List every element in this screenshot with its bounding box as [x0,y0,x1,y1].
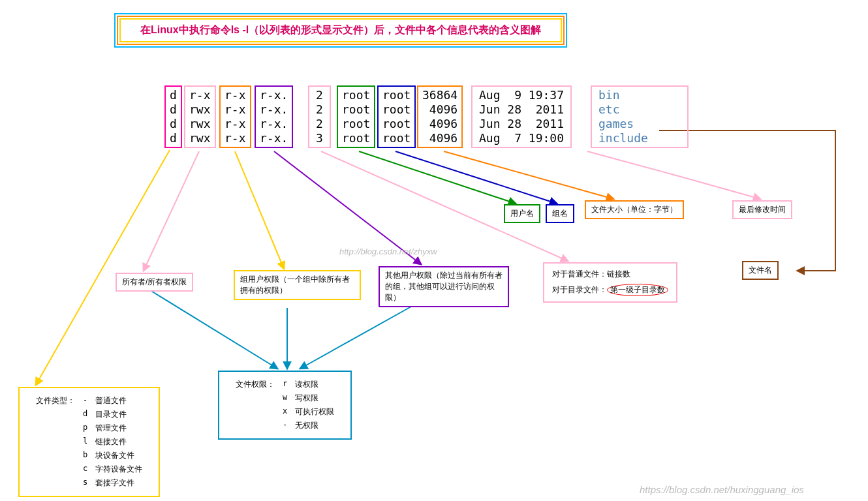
label-other-perm: 其他用户权限（除过当前有所有者的组，其他组可以进行访问的权限） [379,266,509,307]
page-title: 在Linux中执行命令ls -l（以列表的形式显示文件）后，文件中各个信息代表的… [119,18,562,42]
col-links: 2223 [308,85,331,148]
legend-perms: 文件权限：r读权限 w写权限 x可执行权限 -无权限 [218,371,352,440]
label-owner: 所有者/所有者权限 [116,273,193,292]
label-filename: 文件名 [742,261,779,280]
col-filename: binetcgamesinclude [591,85,689,148]
label-size: 文件大小（单位：字节） [585,200,684,219]
label-links: 对于普通文件：链接数 对于目录文件：第一级子目录数 [543,262,677,303]
label-mtime: 最后修改时间 [732,200,792,219]
watermark-mid: http://blog.csdn.net/zhyxw [339,247,437,256]
col-size: 36864 4096 4096 4096 [417,85,463,148]
col-user: rootrootrootroot [337,85,375,148]
label-group: 组名 [546,204,574,223]
col-group-perm: r-xr-xr-xr-x [219,85,251,148]
watermark-bottom: https://blog.csdn.net/huxingguang_ios [640,484,804,495]
col-other-perm: r-x.r-x.r-x.r-x. [255,85,293,148]
col-group: rootrootrootroot [377,85,416,148]
label-group-perm: 组用户权限（一个组中除所有者拥有的权限） [234,270,361,300]
col-date: Aug 9 19:37Jun 28 2011Jun 28 2011Aug 7 1… [471,85,572,148]
page-title-frame: 在Linux中执行命令ls -l（以列表的形式显示文件）后，文件中各个信息代表的… [114,13,567,48]
label-user: 用户名 [504,204,540,223]
col-filetype: dddd [164,85,182,148]
col-owner-perm: r-xrwxrwxrwx [184,85,216,148]
legend-filetype: 文件类型：-普通文件 d目录文件 p管理文件 l链接文件 b块设备文件 c字符设… [18,387,160,497]
